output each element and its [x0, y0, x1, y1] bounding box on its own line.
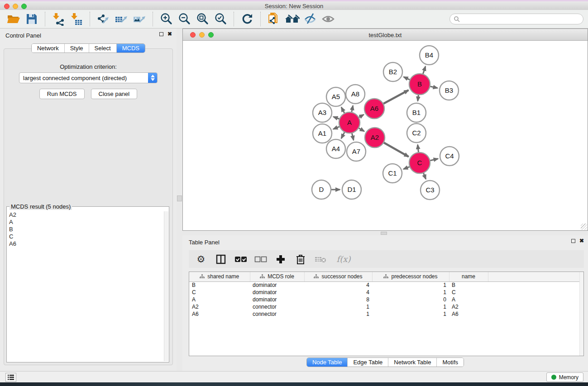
task-history-icon[interactable] [5, 373, 16, 382]
node-A5[interactable]: A5 [326, 87, 345, 106]
edge-A-A4[interactable] [341, 132, 344, 138]
mcds-result-scrollbar[interactable] [164, 211, 168, 361]
save-session-icon[interactable] [23, 11, 41, 27]
node-A4[interactable]: A4 [326, 139, 345, 158]
node-C1[interactable]: C1 [383, 164, 402, 183]
node-B[interactable]: B [409, 74, 430, 95]
criterion-dropdown[interactable]: largest connected component (directed) [19, 72, 158, 83]
edge-A-A7[interactable] [352, 133, 354, 140]
zoom-selected-icon[interactable] [211, 11, 229, 27]
close-panel-icon[interactable]: ✖ [167, 32, 172, 36]
refresh-icon[interactable] [238, 11, 256, 27]
node-A1[interactable]: A1 [313, 124, 332, 143]
close-panel-button[interactable]: Close panel [91, 89, 138, 99]
run-mcds-button[interactable]: Run MCDS [39, 89, 85, 99]
node-A6[interactable]: A6 [364, 99, 384, 119]
close-table-panel-icon[interactable]: ✖ [579, 239, 584, 243]
edge-A-A3[interactable] [333, 117, 339, 119]
table-scrollbar[interactable] [579, 272, 583, 356]
search-input[interactable] [462, 16, 583, 23]
tab-network[interactable]: Network [32, 44, 64, 52]
node-C[interactable]: C [409, 152, 430, 173]
memory-button[interactable]: Memory [546, 372, 583, 382]
edge-A-A2[interactable] [359, 128, 364, 131]
column-header-MCDS-role[interactable]: MCDS role [250, 272, 304, 281]
edge-C-C3[interactable] [424, 173, 426, 179]
resize-grip-icon[interactable] [581, 224, 587, 230]
search-field[interactable] [449, 14, 583, 24]
column-header-predecessor-nodes[interactable]: predecessor nodes [372, 272, 449, 281]
zoom-fit-icon[interactable] [193, 11, 211, 27]
node-A2[interactable]: A2 [365, 128, 385, 148]
table-tab-network-table[interactable]: Network Table [388, 358, 436, 367]
node-B1[interactable]: B1 [407, 103, 426, 122]
table-row[interactable]: Cdominator41C [189, 289, 583, 296]
select-all-icon[interactable] [234, 253, 248, 266]
gear-icon[interactable]: ⚙ [194, 253, 208, 266]
edge-A-A8[interactable] [352, 105, 353, 112]
edge-A6-B[interactable] [383, 90, 408, 104]
mcds-result-item[interactable]: B [9, 226, 163, 233]
tab-mcds[interactable]: MCDS [116, 44, 145, 52]
edge-B-B4[interactable] [423, 67, 425, 74]
deselect-all-icon[interactable] [254, 253, 268, 266]
graphics-details-icon[interactable] [301, 11, 319, 27]
new-network-from-selection-icon[interactable] [265, 11, 283, 27]
node-A3[interactable]: A3 [313, 103, 332, 122]
node-B2[interactable]: B2 [383, 62, 402, 81]
edge-A-A1[interactable] [333, 127, 339, 129]
delete-column-icon[interactable] [294, 253, 307, 266]
node-C2[interactable]: C2 [407, 124, 426, 143]
export-table-icon[interactable] [112, 11, 130, 27]
table-row[interactable]: A2connector11A2 [189, 303, 583, 310]
column-header-name[interactable]: name [449, 272, 488, 281]
node-C3[interactable]: C3 [421, 181, 440, 200]
edge-B-B1[interactable] [418, 95, 418, 101]
float-table-panel-icon[interactable] [571, 239, 575, 243]
edge-C-C2[interactable] [418, 145, 419, 152]
edge-A2-C[interactable] [384, 143, 409, 157]
edge-B-B2[interactable] [404, 77, 410, 80]
table-tab-edge-table[interactable]: Edge Table [347, 358, 388, 367]
horizontal-split-handle[interactable] [381, 232, 387, 235]
export-network-icon[interactable] [94, 11, 112, 27]
mcds-result-item[interactable]: A6 [9, 240, 163, 248]
table-row[interactable]: A6connector11A6 [189, 310, 583, 318]
zoom-out-icon[interactable] [175, 11, 193, 27]
table-tab-motifs[interactable]: Motifs [436, 358, 464, 367]
vertical-split-handle[interactable] [177, 195, 182, 201]
float-panel-icon[interactable] [159, 32, 163, 36]
node-A7[interactable]: A7 [347, 142, 366, 161]
network-canvas[interactable]: A5A8A3AA1A4A7A6A2B2B4BB3B1C2C4CC1C3DD1 [183, 41, 588, 230]
node-A[interactable]: A [339, 112, 360, 133]
table-row[interactable]: Bdominator41B [189, 281, 583, 289]
first-neighbors-icon[interactable] [283, 11, 301, 27]
column-header-successor-nodes[interactable]: successor nodes [304, 272, 372, 281]
table-tab-node-table[interactable]: Node Table [307, 358, 348, 367]
node-B3[interactable]: B3 [440, 81, 459, 100]
edge-C-C1[interactable] [403, 167, 409, 169]
open-file-icon[interactable] [5, 11, 23, 27]
column-header-shared-name[interactable]: shared name [189, 272, 250, 281]
node-D[interactable]: D [312, 180, 331, 199]
node-A8[interactable]: A8 [346, 85, 365, 104]
mcds-result-list[interactable]: A2ABCA6 [8, 211, 163, 361]
mcds-result-item[interactable]: C [9, 233, 163, 240]
node-B4[interactable]: B4 [420, 46, 439, 65]
node-table[interactable]: shared nameMCDS rolesuccessor nodesprede… [189, 272, 584, 356]
edge-A-A6[interactable] [359, 114, 364, 117]
edge-C-C4[interactable] [430, 159, 438, 161]
import-network-icon[interactable] [49, 11, 67, 27]
show-hide-eye-icon[interactable] [319, 11, 337, 27]
network-window-titlebar[interactable]: testGlobe.txt [183, 29, 588, 41]
mcds-result-item[interactable]: A [9, 219, 163, 226]
add-column-icon[interactable] [274, 253, 287, 266]
node-C4[interactable]: C4 [440, 147, 459, 166]
mcds-result-item[interactable]: A2 [9, 211, 163, 219]
export-image-icon[interactable] [130, 11, 148, 27]
tab-select[interactable]: Select [89, 44, 116, 52]
split-columns-icon[interactable] [214, 253, 228, 266]
import-table-icon[interactable] [67, 11, 86, 27]
zoom-in-icon[interactable] [157, 11, 175, 27]
tab-style[interactable]: Style [64, 44, 89, 52]
